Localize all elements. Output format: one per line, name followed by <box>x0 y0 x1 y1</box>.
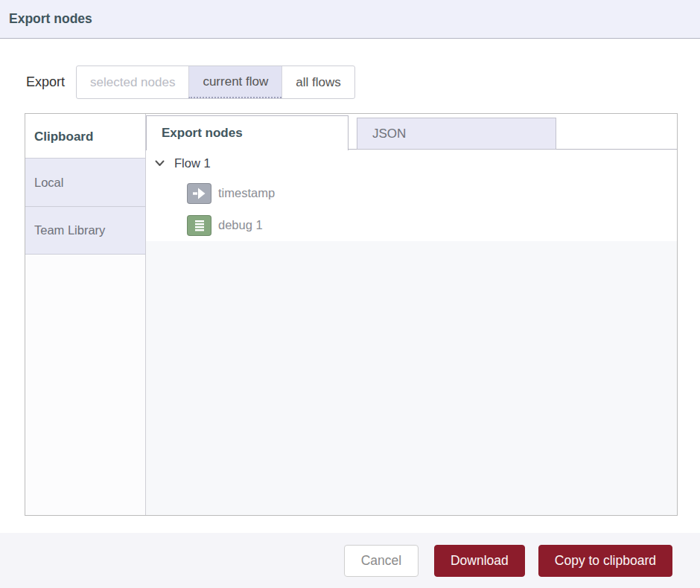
tab-json-label: JSON <box>372 127 406 141</box>
tree-row-flow[interactable]: Flow 1 <box>146 150 677 177</box>
export-current-flow-button[interactable]: current flow <box>188 66 281 98</box>
cancel-button[interactable]: Cancel <box>344 545 419 577</box>
tab-export-nodes-label: Export nodes <box>162 126 243 141</box>
export-scope-label: Export <box>26 74 65 90</box>
node-label: debug 1 <box>218 218 263 232</box>
download-button[interactable]: Download <box>434 545 525 577</box>
export-scope-button-group: selected nodes current flow all flows <box>76 65 355 99</box>
tab-export-nodes[interactable]: Export nodes <box>146 115 349 150</box>
dialog-footer: Cancel Download Copy to clipboard <box>0 533 700 588</box>
sidebar-item-local[interactable]: Local <box>25 158 145 206</box>
export-scope-row: Export selected nodes current flow all f… <box>26 65 355 99</box>
tree-row-debug[interactable]: debug 1 <box>146 209 677 241</box>
export-nodes-dialog: Export nodes Export selected nodes curre… <box>0 0 700 588</box>
tab-bar: Export nodes JSON <box>146 114 677 150</box>
tree-row-timestamp[interactable]: timestamp <box>146 177 677 209</box>
library-panel: Clipboard Local Team Library Export node… <box>25 113 678 516</box>
inject-icon <box>187 183 211 204</box>
dialog-header: Export nodes <box>0 0 700 39</box>
export-selected-nodes-button[interactable]: selected nodes <box>77 66 188 98</box>
library-main: Export nodes JSON Flow 1 <box>146 114 677 515</box>
debug-icon <box>187 215 211 236</box>
sidebar-item-clipboard[interactable]: Clipboard <box>25 114 145 158</box>
chevron-down-icon[interactable] <box>155 160 165 167</box>
tab-json[interactable]: JSON <box>357 118 556 150</box>
node-label: timestamp <box>218 186 275 200</box>
copy-to-clipboard-button[interactable]: Copy to clipboard <box>538 545 672 577</box>
flow-label: Flow 1 <box>174 156 211 170</box>
export-all-flows-button[interactable]: all flows <box>281 66 354 98</box>
sidebar-item-team-library[interactable]: Team Library <box>25 206 145 255</box>
export-node-tree: Flow 1 timestamp <box>146 150 677 515</box>
library-sidebar: Clipboard Local Team Library <box>25 114 146 515</box>
dialog-title: Export nodes <box>0 11 92 27</box>
